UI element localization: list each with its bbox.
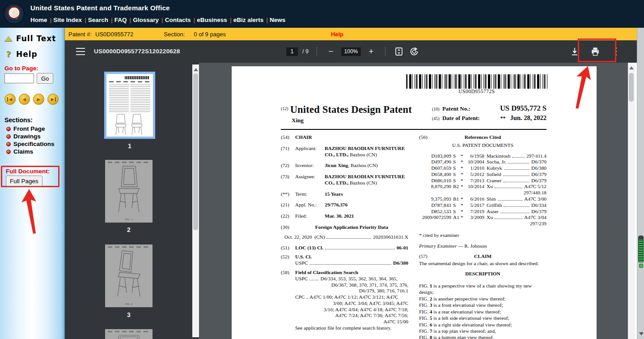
mini-chair-drawing xyxy=(113,335,144,339)
annotation-arrow-full-pages xyxy=(18,189,45,236)
thumbnail-page-1-selected[interactable] xyxy=(104,72,155,139)
nav-ebusiness[interactable]: eBusiness xyxy=(197,17,233,23)
fit-to-page-button[interactable] xyxy=(394,46,404,57)
mini-barcode xyxy=(125,76,149,79)
toolbar-divider xyxy=(317,47,317,56)
bullet-ball-icon xyxy=(6,150,11,154)
site-header: United States Patent and Trademark Offic… xyxy=(0,0,644,28)
scroll-up-arrow[interactable] xyxy=(629,66,634,69)
figure-description: FIG. 4 is a rear elevational view thereo… xyxy=(419,309,547,315)
date-of-patent-label: Date of Patent: xyxy=(442,115,480,121)
status-help-link[interactable]: Help xyxy=(331,31,343,38)
thumbnail-page-2[interactable]: FIG. 1 xyxy=(105,160,153,223)
pages-info: 0 of 9 pages xyxy=(194,31,226,38)
full-text-link[interactable]: Full Text xyxy=(16,34,56,43)
patent-page-1: US00D955772S (12) United States Design P… xyxy=(232,66,597,339)
reference-row: D686,010S*7/2013CramerD6/379 xyxy=(419,178,547,184)
uspto-seal-logo xyxy=(4,3,25,24)
reference-row: D497,490S*10/2004Socha, Jr.D6/370 xyxy=(419,159,547,165)
nav-home[interactable]: Home xyxy=(30,17,53,23)
document-scrollbar-thumb[interactable] xyxy=(629,73,634,102)
nav-contacts[interactable]: Contacts xyxy=(165,17,197,23)
download-button[interactable] xyxy=(569,46,580,57)
page-number-field[interactable]: 1 xyxy=(286,47,298,56)
patent-no-value: US D955,772 S xyxy=(500,104,547,113)
figure-description: FIG. 8 is a bottom plan view thereof. xyxy=(419,334,547,339)
thumbnail-label-1: 1 xyxy=(104,142,155,150)
nav-ebiz-alerts[interactable]: eBiz alerts xyxy=(233,17,270,23)
reference-row: D658,400S*5/2012SofieldD6/379 xyxy=(419,172,547,178)
download-icon xyxy=(570,47,580,56)
field-code: (12) xyxy=(281,106,288,111)
page-count-label: / 9 xyxy=(302,48,309,55)
collapse-triangle-icon[interactable] xyxy=(4,36,13,41)
reference-continuation: 297/440.18 xyxy=(419,190,547,196)
inventor-surname: Xing xyxy=(292,117,412,124)
barcode xyxy=(406,74,547,89)
left-sidebar: Full Text ? Help Go to Page: Go ◄ ◄ ► ► … xyxy=(0,28,65,339)
sidebar-item-specifications[interactable]: Specifications xyxy=(6,141,65,147)
sections-label: Sections: xyxy=(4,116,65,124)
thumbnail-panel: 1 FIG. 1 2 xyxy=(65,63,199,339)
mini-chair-drawing xyxy=(113,165,144,215)
nav-glossary[interactable]: Glossary xyxy=(133,17,165,23)
primary-examiner-line: Primary Examiner — R. Johnson xyxy=(419,243,547,249)
nav-news[interactable]: News xyxy=(270,17,285,23)
thumbnail-page-3[interactable]: FIG. 2 xyxy=(105,245,153,307)
rotate-button[interactable] xyxy=(409,46,419,57)
menu-icon[interactable] xyxy=(76,48,85,55)
cited-by-examiner-note: * cited by examiner xyxy=(419,232,547,239)
zoom-out-button[interactable]: − xyxy=(325,46,337,57)
reference-row: 9,375,093B1*6/2016ShinA47C 3/00 xyxy=(419,196,547,202)
sidebar-item-drawings[interactable]: Drawings xyxy=(6,133,65,140)
mini-fig-caption: FIG. 2 xyxy=(105,303,153,305)
thumbnail-scrollbar-thumb[interactable] xyxy=(193,73,198,230)
scroll-up-arrow[interactable] xyxy=(194,68,198,71)
more-options-button[interactable] xyxy=(610,46,621,57)
pdf-toolbar: US0000D0955772S120220628 1 / 9 − 100% + xyxy=(65,40,637,63)
first-page-button[interactable]: ◄ xyxy=(4,94,16,105)
bullet-ball-icon xyxy=(6,142,11,146)
thumbnail-page-4[interactable] xyxy=(105,329,153,339)
reference-row: 2009/0072599A1*3/2009XuA47C 3/04 xyxy=(419,215,547,221)
window-scrollbar-thumb[interactable] xyxy=(638,236,644,262)
next-page-button[interactable]: ► xyxy=(33,94,44,105)
full-pages-button[interactable]: Full Pages xyxy=(6,176,42,186)
status-bar: Patent #: US0D0955772 Section: 0 of 9 pa… xyxy=(65,28,637,40)
sidebar-item-claims[interactable]: Claims xyxy=(6,148,65,155)
figure-description: FIG. 6 is a right side elevational view … xyxy=(419,322,547,328)
zoom-in-button[interactable]: + xyxy=(365,46,377,57)
zoom-level-field[interactable]: 100% xyxy=(341,47,361,56)
nav-faq[interactable]: FAQ xyxy=(114,17,133,23)
rotate-counterclockwise-icon xyxy=(409,47,419,56)
printer-icon xyxy=(590,47,600,56)
reference-continuation: 297/239 xyxy=(419,221,547,227)
thumbnail-scrollbar xyxy=(192,64,199,337)
document-scrollbar xyxy=(628,63,635,339)
annotation-box-full-document: Full Document: Full Pages xyxy=(1,166,59,187)
date-of-patent-value: Jun. 28, 2022 xyxy=(510,114,547,121)
us-patent-documents-heading: U.S. PATENT DOCUMENTS xyxy=(419,142,547,149)
mini-chair-drawing xyxy=(112,113,148,136)
sidebar-item-front-page[interactable]: Front Page xyxy=(6,125,65,132)
reference-row: D852,533S*7/2019AsnerD6/379 xyxy=(419,209,547,215)
toolbar-divider xyxy=(385,47,386,56)
references-heading: References Cited xyxy=(433,134,532,141)
mini-chair-drawing xyxy=(113,250,144,299)
claim-text: The ornamental design for a chair, as sh… xyxy=(419,261,547,267)
vertical-dots-icon xyxy=(614,47,617,56)
page-number-input[interactable] xyxy=(4,73,34,83)
previous-page-button[interactable]: ◄ xyxy=(19,94,30,105)
nav-search[interactable]: Search xyxy=(88,17,114,23)
scroll-marker-chip xyxy=(639,264,643,268)
scroll-down-arrow[interactable] xyxy=(639,332,644,335)
print-button[interactable] xyxy=(590,46,601,57)
nav-site-index[interactable]: Site Index xyxy=(53,17,88,23)
go-button[interactable]: Go xyxy=(37,73,53,84)
last-page-button[interactable]: ► xyxy=(47,94,59,105)
goto-page-label: Go to Page: xyxy=(4,65,65,72)
fit-page-icon xyxy=(394,47,403,56)
help-link[interactable]: Help xyxy=(16,50,38,59)
patent-left-column: (54)CHAIR (71)Applicant: BAZHOU BIAODIAN… xyxy=(281,134,408,339)
reference-row: D787,843S*5/2017GriffithD6/334 xyxy=(419,202,547,209)
